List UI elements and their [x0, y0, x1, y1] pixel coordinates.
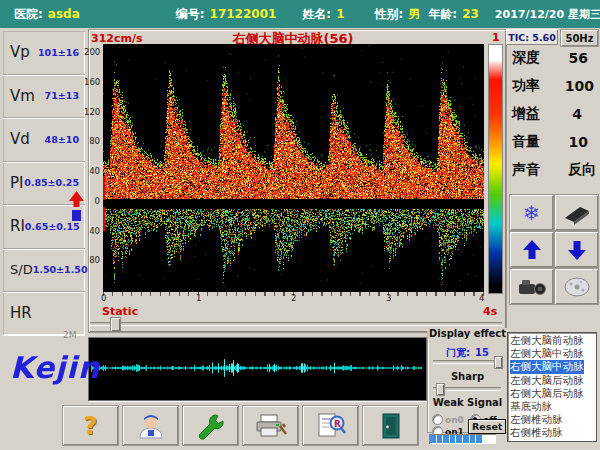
- print-button[interactable]: [242, 405, 299, 446]
- svg-text:R: R: [334, 419, 341, 429]
- artery-item[interactable]: 左侧大脑中动脉: [510, 347, 596, 360]
- depth-down-button[interactable]: [554, 231, 599, 268]
- doctor-icon: [136, 412, 166, 440]
- wedge-icon: [563, 201, 591, 225]
- artery-listbox[interactable]: 左侧大脑前动脉 左侧大脑中动脉 右侧大脑中动脉 左侧大脑后动脉 右侧大脑后动脉 …: [507, 332, 597, 442]
- doppler-spectrum-canvas: [103, 44, 484, 292]
- reset-button[interactable]: Reset: [468, 419, 506, 434]
- exit-button[interactable]: [362, 405, 419, 446]
- param-row-sd: S/D1.50±1.50: [3, 249, 85, 293]
- artery-item[interactable]: 右侧大脑后动脉: [510, 387, 596, 400]
- x-tick: 0: [101, 293, 106, 303]
- print-wedge-button[interactable]: [554, 194, 599, 231]
- hospital-label: 医院:: [14, 6, 43, 23]
- arrow-down-icon: [566, 239, 588, 261]
- power-row: 功率100: [512, 76, 596, 96]
- param-row-vm: Vm71±13: [3, 75, 85, 119]
- patient-button[interactable]: [122, 405, 179, 446]
- weak-signal-title: Weak Signal: [428, 397, 507, 408]
- y-tick: 40: [84, 226, 100, 236]
- exit-door-icon: [378, 412, 404, 440]
- y-tick: 120: [84, 107, 100, 117]
- sweep-speed-button[interactable]: 50Hz: [560, 29, 599, 47]
- intensity-colorbar: [488, 44, 503, 294]
- patient-name-label: 姓名:: [302, 6, 331, 23]
- artery-item[interactable]: 右侧椎动脉: [510, 426, 596, 439]
- settings-button[interactable]: [182, 405, 239, 446]
- baseline-marker-icon[interactable]: [69, 191, 84, 223]
- patient-info-bar: 医院: asda 编号: 17122001 姓名: 1 性别: 男 年龄: 23…: [0, 0, 600, 28]
- y-tick: 0: [84, 196, 100, 206]
- gate-width-value: 15: [475, 347, 489, 358]
- x-tick: 2: [291, 293, 296, 303]
- embolus-trace-canvas: [89, 338, 424, 398]
- question-mark-icon: ?: [84, 412, 98, 440]
- gain-row: 增益4: [512, 104, 596, 124]
- artery-item[interactable]: 左侧大脑前动脉: [510, 334, 596, 347]
- signal-level-bar: [429, 434, 496, 444]
- report-button[interactable]: R: [302, 405, 359, 446]
- probe-button[interactable]: [509, 268, 554, 305]
- snowflake-icon: ❄: [523, 203, 540, 223]
- patient-id-value: 17122001: [210, 7, 277, 21]
- brand-logo: Kejin: [10, 350, 100, 385]
- artery-item-selected[interactable]: 右侧大脑中动脉: [510, 360, 584, 373]
- timeline-slider-thumb[interactable]: [110, 317, 121, 332]
- gender-value: 男: [408, 6, 420, 23]
- arrow-up-icon: [521, 239, 543, 261]
- report-magnifier-icon: R: [315, 412, 347, 440]
- param-row-hr: HR: [3, 292, 85, 335]
- y-tick: 80: [84, 136, 100, 146]
- volume-row: 音量10: [512, 132, 596, 152]
- gate-slider-thumb[interactable]: [494, 356, 503, 369]
- freeze-button[interactable]: ❄: [509, 194, 554, 231]
- artery-item[interactable]: 左侧大脑后动脉: [510, 374, 596, 387]
- printer-icon: [254, 412, 288, 440]
- depth-row: 深度56: [512, 48, 596, 68]
- gate-width-label: 门宽:: [446, 347, 470, 358]
- timeline-slider-track[interactable]: [90, 322, 502, 326]
- cd-disk-icon: [562, 275, 592, 299]
- artery-item[interactable]: 基底动脉: [510, 400, 596, 413]
- tic-display: TIC: 5.60: [506, 29, 558, 45]
- y-tick: 160: [84, 77, 100, 87]
- x-tick: 3: [386, 293, 391, 303]
- sweep-time-label: 4s: [483, 305, 497, 318]
- y-tick: 80: [84, 255, 100, 265]
- y-tick: 200: [84, 47, 100, 57]
- help-button[interactable]: ?: [62, 405, 119, 446]
- depth-up-button[interactable]: [509, 231, 554, 268]
- patient-id-label: 编号:: [176, 6, 205, 23]
- x-tick: 4: [479, 293, 484, 303]
- param-row-vp: Vp101±16: [3, 31, 85, 75]
- display-effect-panel: Display effect 门宽: 15 Sharp Weak Signal …: [427, 333, 508, 433]
- sharp-slider-thumb[interactable]: [436, 383, 445, 396]
- sharp-label: Sharp: [428, 371, 507, 382]
- disk-button[interactable]: [554, 268, 599, 305]
- camera-icon: [517, 276, 547, 298]
- embolus-channel-label: 2M: [63, 330, 77, 340]
- hospital-value: asda: [48, 7, 80, 21]
- param-row-vd: Vd48±10: [3, 118, 85, 162]
- age-label: 年龄:: [428, 6, 457, 23]
- measurement-sidebar: Vp101±16 Vm71±13 Vd48±10 PI0.85±0.25 RI0…: [3, 31, 85, 335]
- sound-row: 声音反向: [512, 160, 596, 180]
- y-tick: 40: [84, 166, 100, 176]
- date-display: 2017/12/20 星期三: [495, 7, 600, 22]
- gender-label: 性别:: [375, 6, 404, 23]
- artery-item[interactable]: 左侧椎动脉: [510, 413, 596, 426]
- patient-name-value: 1: [336, 7, 344, 21]
- age-value: 23: [462, 7, 479, 21]
- embolus-monitor-box: 栓子数:0: [88, 337, 427, 401]
- wrench-icon: [196, 412, 226, 440]
- gate-slider-track[interactable]: [433, 360, 501, 364]
- x-tick: 1: [196, 293, 201, 303]
- colorbar-scale-label: 1: [492, 31, 500, 44]
- display-effect-title: Display effect: [427, 328, 508, 339]
